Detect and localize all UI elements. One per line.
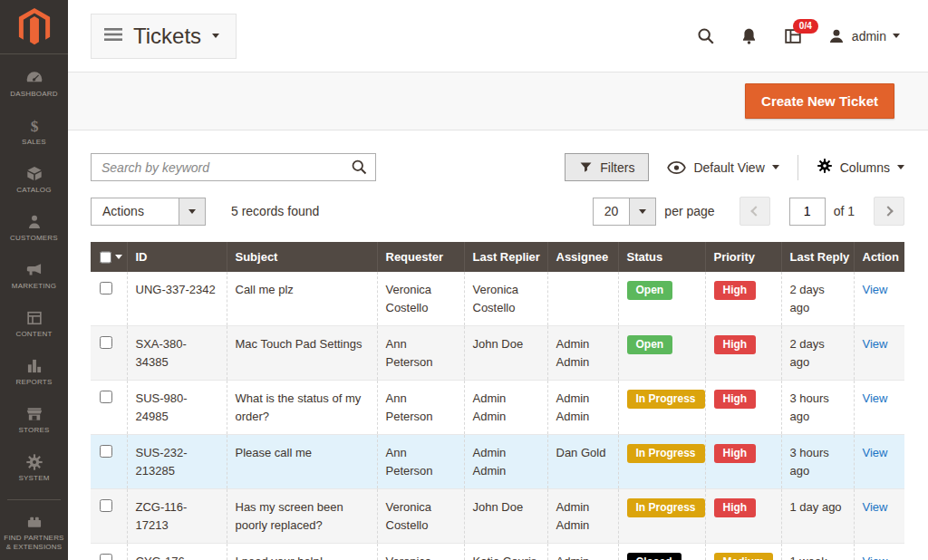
column-header-status[interactable]: Status: [618, 242, 705, 272]
filters-button[interactable]: Filters: [565, 153, 649, 181]
row-checkbox[interactable]: [100, 499, 112, 512]
create-new-ticket-button[interactable]: Create New Ticket: [745, 83, 894, 119]
search-icon: [696, 26, 716, 46]
row-checkbox[interactable]: [100, 282, 112, 294]
select-all-caret-icon: [115, 255, 122, 259]
page-header: Tickets: [68, 0, 928, 72]
sidebar-item-label: REPORTS: [16, 378, 53, 387]
customers-icon: [25, 213, 44, 231]
ticket-last-replier: Admin Admin: [464, 381, 547, 435]
column-header-requester[interactable]: Requester: [377, 242, 464, 272]
sidebar-item-label: MARKETING: [12, 282, 56, 291]
column-header-last-reply[interactable]: Last Reply: [781, 242, 854, 272]
priority-badge: High: [714, 390, 757, 409]
ticket-last-replier: Admin Admin: [464, 435, 547, 489]
ticket-subject: Call me plz: [227, 272, 377, 326]
sidebar-item-sales[interactable]: $SALES: [0, 108, 68, 156]
column-header-action[interactable]: Action: [854, 242, 904, 272]
ticket-requester: Ann Peterson: [377, 326, 464, 381]
global-search-button[interactable]: [696, 26, 716, 46]
view-link[interactable]: View: [863, 555, 888, 560]
view-link[interactable]: View: [863, 391, 888, 405]
actions-caret-icon: [188, 209, 196, 214]
row-checkbox[interactable]: [100, 445, 112, 458]
view-link[interactable]: View: [863, 446, 888, 459]
columns-menu[interactable]: Columns: [817, 158, 904, 177]
ticket-requester: Ann Peterson: [377, 381, 464, 435]
ticket-assignee: Admin Admin: [547, 489, 618, 544]
notifications-button[interactable]: [740, 26, 759, 46]
search-submit-icon[interactable]: [350, 158, 369, 180]
find-partners-icon: [25, 513, 44, 531]
system-icon: [25, 453, 44, 471]
column-header-id[interactable]: ID: [127, 242, 227, 272]
row-checkbox[interactable]: [100, 391, 112, 403]
page-title-menu[interactable]: Tickets: [91, 14, 237, 59]
ticket-assignee: Dan Gold: [547, 435, 618, 489]
table-row: SUS-980-24985What is the status of my or…: [91, 381, 904, 435]
sidebar-item-customers[interactable]: CUSTOMERS: [0, 204, 68, 252]
filter-icon: [579, 160, 593, 174]
view-link[interactable]: View: [863, 283, 888, 296]
sidebar-item-marketing[interactable]: MARKETING: [0, 252, 68, 300]
table-header-row: IDSubjectRequesterLast ReplierAssigneeSt…: [91, 242, 904, 272]
previous-page-button[interactable]: [740, 197, 770, 226]
filters-label: Filters: [600, 160, 634, 175]
ticket-last-replier: John Doe: [464, 489, 547, 544]
per-page-select[interactable]: 20: [593, 198, 657, 226]
sidebar-item-catalog[interactable]: CATALOG: [0, 156, 68, 204]
chevron-left-icon: [750, 206, 760, 216]
search-input[interactable]: [91, 153, 376, 181]
actions-select[interactable]: Actions: [91, 198, 206, 226]
ticket-requester: Ann Peterson: [377, 435, 464, 489]
user-menu[interactable]: admin: [827, 27, 900, 45]
sidebar-item-dashboard[interactable]: DASHBOARD: [0, 60, 68, 108]
toolbar-separator: [798, 155, 798, 180]
sidebar-item-reports[interactable]: REPORTS: [0, 348, 68, 396]
view-caret-icon: [772, 165, 779, 169]
select-all-checkbox[interactable]: [100, 251, 111, 264]
page-number-input[interactable]: [789, 198, 826, 226]
actions-label: Actions: [92, 198, 179, 225]
per-page-caret-icon: [639, 209, 646, 214]
column-header-last-replier[interactable]: Last Replier: [464, 242, 547, 272]
select-all-header[interactable]: [91, 242, 127, 272]
view-link[interactable]: View: [863, 337, 888, 351]
sidebar-item-label: CONTENT: [15, 330, 52, 339]
page-action-bar: Create New Ticket: [68, 72, 928, 130]
column-header-assignee[interactable]: Assignee: [547, 242, 618, 272]
marketing-icon: [25, 261, 44, 279]
svg-text:$: $: [30, 117, 38, 135]
column-header-subject[interactable]: Subject: [227, 242, 377, 272]
next-page-button[interactable]: [874, 197, 904, 226]
sidebar-item-label: DASHBOARD: [10, 90, 57, 99]
sidebar-item-find-partners-extensions[interactable]: FIND PARTNERS & EXTENSIONS: [0, 506, 68, 558]
row-checkbox[interactable]: [100, 336, 112, 349]
sidebar-item-content[interactable]: CONTENT: [0, 300, 68, 348]
table-row: ZCG-116-17213Has my screen been poorly r…: [91, 489, 904, 544]
table-row: CYG-176-27223I need your help!Veronica C…: [91, 544, 904, 560]
ticket-last-replier: Katie Couris: [464, 544, 547, 560]
priority-badge: High: [714, 498, 757, 517]
sales-icon: $: [25, 117, 44, 135]
toolbar-right: Filters Default View Columns: [565, 153, 904, 181]
row-checkbox[interactable]: [100, 554, 112, 560]
column-header-priority[interactable]: Priority: [705, 242, 781, 272]
ticket-subject: What is the status of my order?: [227, 381, 377, 435]
apps-button[interactable]: 0/4: [782, 26, 804, 46]
ticket-last-reply: 3 hours ago: [781, 435, 854, 489]
magento-logo[interactable]: [0, 0, 68, 54]
dashboard-icon: [25, 69, 44, 87]
view-link[interactable]: View: [863, 500, 888, 514]
priority-badge: High: [714, 281, 757, 300]
bell-icon: [740, 26, 759, 46]
default-view-menu[interactable]: Default View: [667, 160, 778, 175]
sidebar-item-stores[interactable]: STORES: [0, 396, 68, 444]
sidebar-item-system[interactable]: SYSTEM: [0, 444, 68, 492]
sidebar-item-label: SYSTEM: [18, 474, 49, 483]
sidebar: DASHBOARD$SALESCATALOGCUSTOMERSMARKETING…: [0, 0, 68, 560]
records-count: 5 records found: [231, 204, 319, 218]
sidebar-item-label: FIND PARTNERS & EXTENSIONS: [3, 534, 66, 552]
menu-icon: [104, 27, 122, 45]
columns-gear-icon: [817, 158, 833, 177]
